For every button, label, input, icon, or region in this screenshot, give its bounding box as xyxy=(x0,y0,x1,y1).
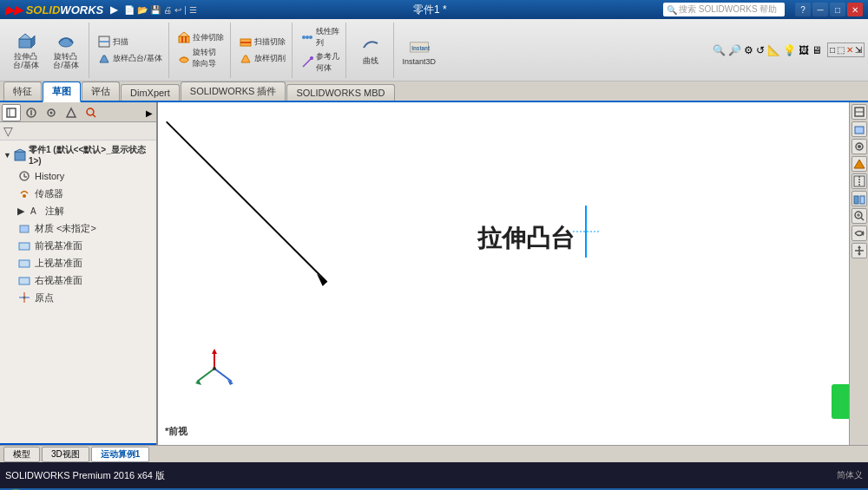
toolbar-icon-view[interactable]: 📐 xyxy=(767,44,780,56)
scan-cut-button[interactable]: 扫描切除 xyxy=(236,34,288,49)
tab-sketch[interactable]: 草图 xyxy=(43,82,81,102)
qat-icon-open[interactable]: 📂 xyxy=(137,5,148,15)
search-tab[interactable] xyxy=(82,104,101,121)
view-mode-close[interactable]: ✕ xyxy=(846,45,853,55)
loft-cut-button[interactable]: 放样切削 xyxy=(236,50,288,66)
titlebar: ▶▶ SOLIDWORKS ▶ 📄 📂 💾 🖨 ↩ | ☰ 零件1 * 🔍 搜索… xyxy=(0,0,868,19)
property-tab[interactable] xyxy=(22,104,41,121)
tab-evaluate[interactable]: 评估 xyxy=(82,82,120,101)
tree-root-item[interactable]: ▼ 零件1 (默认<<默认>_显示状态 1>) xyxy=(0,142,156,167)
loft-boss-button[interactable]: 放样凸台/基体 xyxy=(95,50,165,66)
help-button[interactable]: ? xyxy=(795,3,811,16)
green-indicator[interactable] xyxy=(832,384,849,419)
qat-icon-print[interactable]: 🖨 xyxy=(163,5,172,15)
svg-rect-0 xyxy=(19,39,31,48)
tree-item-top-plane[interactable]: 上视基准面 xyxy=(0,254,156,271)
tab-features[interactable]: 特征 xyxy=(3,82,42,101)
svg-rect-41 xyxy=(19,278,30,284)
minimize-button[interactable]: ─ xyxy=(812,3,828,16)
close-button[interactable]: ✕ xyxy=(847,3,863,16)
qat-icon-undo[interactable]: ↩ xyxy=(174,5,181,15)
tree-item-history[interactable]: History xyxy=(0,167,156,185)
svg-marker-14 xyxy=(241,56,250,62)
qat-icon-new[interactable]: 📄 xyxy=(124,5,135,15)
right-plane-icon xyxy=(17,273,31,287)
toolbar-icon-rotate[interactable]: ↺ xyxy=(756,44,765,56)
qat-icon-options[interactable]: ☰ xyxy=(189,5,197,15)
svg-marker-73 xyxy=(858,245,861,248)
filter-icon[interactable]: ▽ xyxy=(3,124,13,138)
section-view-button[interactable] xyxy=(852,173,867,189)
config-tab[interactable] xyxy=(42,104,61,121)
revolve-boss-label: 旋转凸台/基体 xyxy=(53,53,79,70)
view-mode-expand[interactable]: ⇲ xyxy=(855,45,862,55)
display-tab[interactable] xyxy=(62,104,81,121)
extrude-cut-label: 拉伸切除 xyxy=(193,32,224,43)
solidworks-logo-text: ▶▶ SOLIDWORKS xyxy=(5,3,103,16)
cut-buttons2: 扫描切除 放样切削 xyxy=(236,34,288,66)
selection-line xyxy=(0,443,156,445)
rotate-button[interactable] xyxy=(852,225,867,241)
toolbar-icon-2[interactable]: 🔎 xyxy=(728,44,741,56)
toolbar-icon-render[interactable]: 🖼 xyxy=(799,44,809,56)
svg-rect-38 xyxy=(20,225,29,232)
extrude-boss-button[interactable]: 拉伸凸台/基体 xyxy=(7,29,45,72)
qat-icon-save[interactable]: 💾 xyxy=(150,5,161,15)
restore-button[interactable]: □ xyxy=(830,3,845,16)
revolve-cut-button[interactable]: 旋转切除向导 xyxy=(174,46,227,70)
feature-tree-tab[interactable] xyxy=(2,104,21,121)
zoom-scale-button[interactable] xyxy=(852,208,867,224)
tab-3d-view[interactable]: 3D视图 xyxy=(42,447,89,462)
loft-cut-icon xyxy=(239,51,253,65)
svg-point-17 xyxy=(309,36,312,39)
svg-rect-64 xyxy=(854,196,858,204)
toolbar-icon-display[interactable]: 🖥 xyxy=(812,44,822,56)
feature-tree: ▼ 零件1 (默认<<默认>_显示状态 1>) History xyxy=(0,140,156,443)
tab-dimxpert[interactable]: DimXpert xyxy=(121,84,180,101)
svg-line-67 xyxy=(861,218,864,220)
toolbar-icon-light[interactable]: 💡 xyxy=(783,44,796,56)
tab-sw-mbd[interactable]: SOLIDWORKS MBD xyxy=(286,84,394,101)
toolbar-icon-1[interactable]: 🔍 xyxy=(713,44,726,56)
tab-model[interactable]: 模型 xyxy=(3,447,40,462)
pan-button[interactable] xyxy=(852,243,867,258)
curves-button[interactable]: 曲线 xyxy=(352,31,390,69)
svg-point-60 xyxy=(858,145,861,148)
tab-sw-plugins[interactable]: SOLIDWORKS 插件 xyxy=(181,82,286,101)
tab-motion-study[interactable]: 运动算例1 xyxy=(91,447,150,462)
tree-item-origin[interactable]: 原点 xyxy=(0,289,156,306)
more-tabs[interactable]: ▶ xyxy=(144,107,155,120)
tree-item-material[interactable]: 材质 <未指定> xyxy=(0,219,156,237)
view-mode-2[interactable]: ⬚ xyxy=(837,45,845,55)
display-style-button[interactable] xyxy=(852,121,867,137)
instant3d-button[interactable]: Instant3D Instant3D xyxy=(399,33,440,68)
linear-pattern-button[interactable]: 线性阵列 xyxy=(298,25,342,49)
tree-item-front-plane[interactable]: 前视基准面 xyxy=(0,237,156,254)
app-logo: ▶▶ SOLIDWORKS ▶ xyxy=(5,3,117,16)
right-plane-label: 右视基准面 xyxy=(35,274,82,287)
tree-item-annotations[interactable]: ▶ A 注解 xyxy=(0,202,156,219)
view-mode-1[interactable]: □ xyxy=(830,45,835,55)
view-palette-button[interactable] xyxy=(852,191,867,206)
svg-marker-6 xyxy=(100,56,108,62)
canvas-area[interactable]: 拉伸凸台 *前视 xyxy=(158,102,849,445)
search-box[interactable]: 🔍 搜索 SOLIDWORKS 帮助 xyxy=(663,3,785,16)
instant3d-group: Instant3D Instant3D xyxy=(396,23,444,78)
revolve-boss-icon xyxy=(56,30,76,51)
view-orient-button[interactable] xyxy=(852,104,867,120)
scan-button[interactable]: 扫描 xyxy=(95,34,165,49)
tree-item-right-plane[interactable]: 右视基准面 xyxy=(0,271,156,289)
extrude-cut-button[interactable]: 拉伸切除 xyxy=(174,29,227,45)
svg-point-36 xyxy=(23,194,26,198)
svg-text:Instant3D: Instant3D xyxy=(411,44,430,50)
tree-item-sensors[interactable]: 传感器 xyxy=(0,185,156,202)
toolbar-icon-3[interactable]: ⚙ xyxy=(744,44,753,56)
hide-show-button[interactable] xyxy=(852,139,867,154)
top-plane-icon xyxy=(17,256,31,270)
history-label: History xyxy=(35,171,64,181)
edit-appear-button[interactable] xyxy=(852,156,867,172)
reference-geom-button[interactable]: 参考几何体 xyxy=(298,50,342,75)
revolve-boss-button[interactable]: 旋转凸台/基体 xyxy=(47,29,85,72)
instant3d-icon: Instant3D xyxy=(409,35,430,56)
loft-cut-label: 放样切削 xyxy=(254,53,286,64)
